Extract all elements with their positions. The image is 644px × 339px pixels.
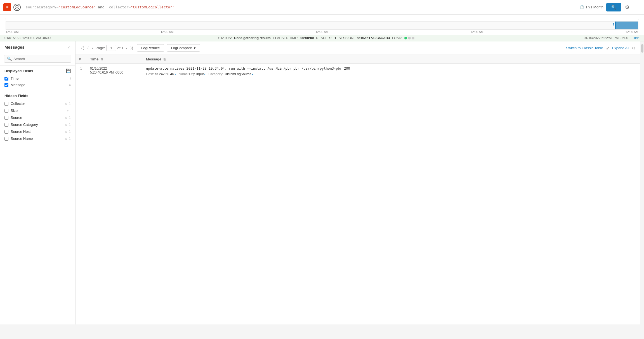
field-source-checkbox[interactable] xyxy=(4,116,8,120)
field-source-name-label: Source Name xyxy=(11,136,63,141)
scroll-indicator xyxy=(640,41,644,324)
expand-icon-button[interactable]: ⤢ xyxy=(606,46,609,50)
field-source-label: Source xyxy=(11,116,63,120)
field-time-info-icon[interactable]: ℹ xyxy=(70,77,71,80)
timeline-label-2: 12:00 AM xyxy=(315,30,328,34)
field-source-icon: a xyxy=(65,116,67,119)
hidden-field-source-host: Source Host a 1 xyxy=(4,128,71,135)
field-collector-icon: a xyxy=(65,102,67,105)
switch-classic-link[interactable]: Switch to Classic Table xyxy=(566,46,603,50)
field-time: Time ℹ xyxy=(4,75,71,82)
query-bar[interactable]: _sourceCategory="CustomLogSource" and _c… xyxy=(23,5,577,9)
settings-button[interactable]: ⚙ xyxy=(624,3,631,11)
log-reduce-button[interactable]: LogReduce xyxy=(137,44,164,52)
load-dot-gray-1 xyxy=(408,37,411,39)
col-header-num: # xyxy=(76,55,87,64)
field-size-icon: # xyxy=(67,109,69,112)
field-size-label: Size xyxy=(11,109,65,113)
more-button[interactable]: ⋮ xyxy=(633,3,641,11)
field-source-host-label: Source Host xyxy=(11,130,63,134)
timeline-label-4: 12:00 AM xyxy=(626,30,638,34)
timeline-y-left: 5 xyxy=(6,17,7,21)
messages-expand-icon[interactable]: ⤢ xyxy=(68,45,71,49)
search-btn-icon: 🔍 xyxy=(611,5,616,10)
page-last-btn[interactable]: ⟩⟩ xyxy=(129,45,134,51)
app-logo[interactable]: ≡ xyxy=(3,3,11,11)
search-box[interactable]: 🔍 xyxy=(4,55,71,63)
row-time: 01/10/2022 5:20:40.616 PM -0600 xyxy=(87,64,143,79)
time-range-selector[interactable]: 🕐 This Month xyxy=(580,5,603,9)
pagination: ⟨⟨ ⟨ ‹ Page: of 1 › ⟩⟩ xyxy=(80,45,134,51)
field-source-host-checkbox[interactable] xyxy=(4,130,8,134)
meta-name-dropdown[interactable]: ▾ xyxy=(204,73,206,76)
field-collector-checkbox[interactable] xyxy=(4,102,8,106)
page-prev-btn[interactable]: ⟨ xyxy=(86,45,90,51)
search-icon: 🔍 xyxy=(7,57,12,61)
log-compare-button[interactable]: LogCompare ▾ xyxy=(167,44,200,52)
timeline-spike-label: 1 xyxy=(613,23,614,26)
timeline-bar[interactable]: 1 xyxy=(6,21,638,30)
hide-link[interactable]: Hide xyxy=(633,36,640,40)
status-left-date: 01/01/2022 12:00:00 AM -0600 xyxy=(4,36,66,40)
table-header-row: # Time ⇅ Message ⎘ xyxy=(76,55,640,64)
meta-category-dropdown[interactable]: ▾ xyxy=(252,73,253,76)
status-label: STATUS: xyxy=(218,36,232,40)
field-message-label: Message xyxy=(11,83,67,87)
right-content: ⟨⟨ ⟨ ‹ Page: of 1 › ⟩⟩ LogReduce LogComp… xyxy=(76,41,640,324)
meta-name-label: Name: xyxy=(179,72,188,76)
field-source-host-icon: a xyxy=(65,130,67,133)
session-label: SESSION: xyxy=(339,36,355,40)
search-button[interactable]: 🔍 xyxy=(606,3,621,11)
hidden-fields-title: Hidden Fields xyxy=(4,94,71,98)
field-size-checkbox[interactable] xyxy=(4,109,8,113)
scroll-thumb[interactable] xyxy=(641,44,643,53)
meta-host-dropdown[interactable]: ▾ xyxy=(174,73,176,76)
elapsed-value: 00:00:00 xyxy=(300,36,314,40)
query-key2: _collector= xyxy=(107,5,131,9)
page-label: Page: xyxy=(96,46,105,50)
row-message-cell: update-alternatives 2021-11-28 19:34:04:… xyxy=(143,64,640,79)
page-next-btn[interactable]: › xyxy=(124,45,128,51)
page-back-btn[interactable]: ‹ xyxy=(91,45,95,51)
table-body: 1 01/10/2022 5:20:40.616 PM -0600 update… xyxy=(76,64,640,79)
field-message-checkbox[interactable] xyxy=(4,83,8,87)
field-source-category-label: Source Category xyxy=(11,123,63,127)
timeline-labels: 12:00 AM 12:00 AM 12:00 AM 12:00 AM 12:0… xyxy=(6,30,638,35)
displayed-fields-save-icon[interactable]: 💾 xyxy=(66,69,71,73)
data-table: # Time ⇅ Message ⎘ 1 xyxy=(76,55,640,79)
col-time-label: Time xyxy=(90,57,98,61)
col-time-sort-icon[interactable]: ⇅ xyxy=(101,58,103,61)
table-settings-button[interactable]: ⚙ xyxy=(632,46,636,51)
hidden-field-size: Size # xyxy=(4,107,71,114)
query-op: and xyxy=(96,5,107,9)
timeline-y-right: 5 xyxy=(637,17,638,21)
field-source-host-count: 1 xyxy=(69,130,71,134)
query-val1: "CustomLogSource" xyxy=(58,5,96,9)
meta-name: Name: Http Input ▾ xyxy=(179,72,206,76)
timeline-line xyxy=(615,22,616,29)
sumo-icon[interactable] xyxy=(13,4,21,11)
log-compare-label: LogCompare xyxy=(171,46,192,50)
query-val2: "CustomLogCollector" xyxy=(131,5,175,9)
col-message-copy-icon[interactable]: ⎘ xyxy=(164,58,166,61)
page-input[interactable] xyxy=(106,45,116,51)
meta-category-value: CustomLogSource xyxy=(224,72,251,76)
field-time-checkbox[interactable] xyxy=(4,77,8,81)
field-source-name-checkbox[interactable] xyxy=(4,137,8,141)
timeline-label-1: 12:00 AM xyxy=(161,30,173,34)
field-message-info-icon[interactable]: a xyxy=(69,83,71,87)
row-message-text: update-alternatives 2021-11-28 19:34:04:… xyxy=(146,67,637,70)
clock-icon: 🕐 xyxy=(580,5,584,9)
expand-all-button[interactable]: Expand All xyxy=(612,46,629,50)
timeline-header: 5 5 xyxy=(6,17,638,21)
hidden-field-source-category: Source Category a 1 xyxy=(4,121,71,128)
row-num: 1 xyxy=(76,64,87,79)
meta-category: Category: CustomLogSource ▾ xyxy=(208,72,253,76)
results-label: RESULTS: xyxy=(316,36,332,40)
hidden-field-source: Source a 1 xyxy=(4,114,71,121)
search-input[interactable] xyxy=(13,57,68,61)
page-first-btn[interactable]: ⟨⟨ xyxy=(80,45,85,51)
hidden-fields-section: Hidden Fields Collector a 1 Size # Sourc… xyxy=(0,91,75,145)
field-source-category-checkbox[interactable] xyxy=(4,123,8,127)
displayed-fields-title: Displayed Fields xyxy=(4,69,33,73)
